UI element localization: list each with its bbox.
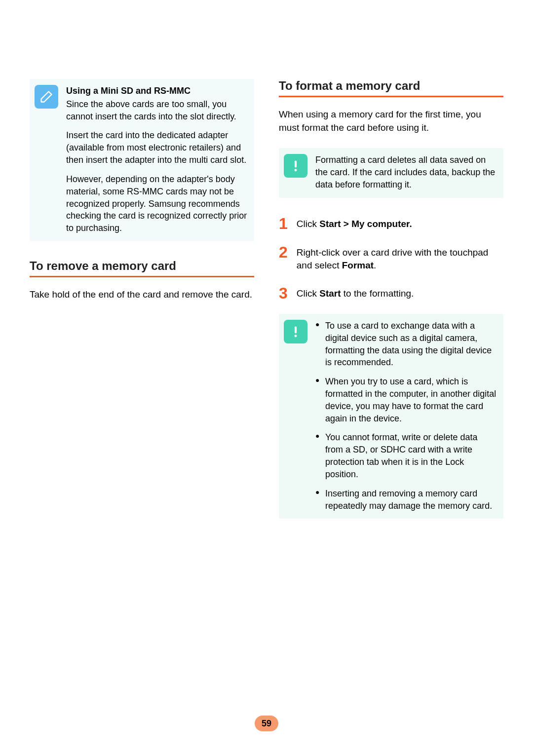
step-3: 3 Click Start to the formatting. [279, 285, 503, 301]
exclamation-icon [284, 320, 307, 343]
svg-rect-0 [295, 161, 297, 168]
info-note-content: Using a Mini SD and RS-MMC Since the abo… [66, 85, 247, 234]
warning-bullet-2: When you try to use a card, which is for… [315, 376, 496, 424]
remove-card-heading: To remove a memory card [30, 259, 254, 277]
svg-point-3 [295, 335, 297, 337]
step-2: 2 Right-click over a card drive with the… [279, 244, 503, 272]
format-card-intro: When using a memory card for the first t… [279, 108, 503, 134]
step-3-number: 3 [279, 285, 288, 301]
warning-note-2: To use a card to exchange data with a di… [279, 314, 503, 519]
warning-note-1-content: Formatting a card deletes all data saved… [315, 154, 496, 190]
info-note-box: Using a Mini SD and RS-MMC Since the abo… [30, 79, 254, 241]
warning-bullet-3: You cannot format, write or delete data … [315, 431, 496, 480]
step-1-text: Click Start > My computer. [297, 216, 503, 231]
step-2-text: Right-click over a card drive with the t… [297, 244, 503, 272]
warning-bullet-1: To use a card to exchange data with a di… [315, 320, 496, 369]
info-note-title: Using a Mini SD and RS-MMC [66, 85, 247, 97]
warning-note-2-content: To use a card to exchange data with a di… [315, 320, 496, 512]
page-number-badge: 59 [255, 716, 278, 731]
step-1-number: 1 [279, 216, 288, 231]
warning-note-1: Formatting a card deletes all data saved… [279, 148, 503, 197]
info-note-p2: Insert the card into the dedicated adapt… [66, 129, 247, 166]
page-content: Using a Mini SD and RS-MMC Since the abo… [0, 0, 533, 536]
warning-note-2-list: To use a card to exchange data with a di… [315, 320, 496, 512]
step-2-number: 2 [279, 244, 288, 272]
left-column: Using a Mini SD and RS-MMC Since the abo… [30, 79, 254, 536]
exclamation-icon [284, 154, 307, 178]
info-note-p3: However, depending on the adapter's body… [66, 173, 247, 234]
step-3-text: Click Start to the formatting. [297, 285, 503, 301]
right-column: To format a memory card When using a mem… [279, 79, 503, 536]
warning-bullet-4: Inserting and removing a memory card rep… [315, 488, 496, 512]
svg-point-1 [295, 169, 297, 171]
remove-card-body: Take hold of the end of the card and rem… [30, 288, 254, 302]
warning-note-1-text: Formatting a card deletes all data saved… [315, 154, 496, 190]
format-card-heading: To format a memory card [279, 79, 503, 97]
step-1: 1 Click Start > My computer. [279, 216, 503, 231]
pencil-note-icon [35, 85, 58, 109]
svg-rect-2 [295, 326, 297, 333]
page-number: 59 [262, 718, 271, 729]
info-note-p1: Since the above cards are too small, you… [66, 98, 247, 123]
